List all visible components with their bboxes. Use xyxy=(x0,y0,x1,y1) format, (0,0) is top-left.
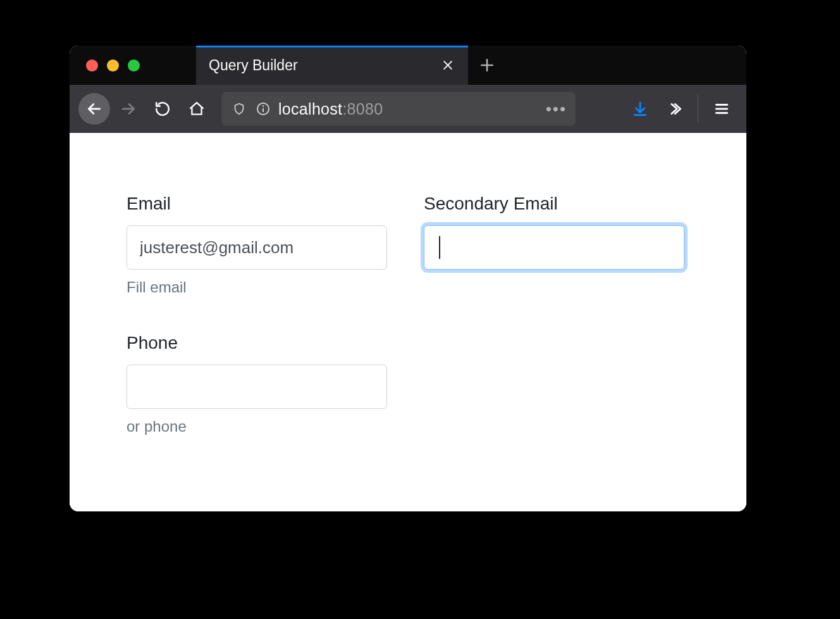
titlebar: Query Builder xyxy=(70,46,746,85)
window-zoom-button[interactable] xyxy=(128,59,140,72)
window-close-button[interactable] xyxy=(86,59,98,72)
close-tab-icon[interactable] xyxy=(440,58,455,73)
form: Email Fill email Secondary Email Phone o… xyxy=(127,194,689,435)
tab-title: Query Builder xyxy=(209,57,440,74)
forward-button[interactable] xyxy=(113,93,144,125)
new-tab-button[interactable] xyxy=(468,46,506,85)
browser-toolbar: localhost:8080 ••• xyxy=(70,85,746,133)
hamburger-menu-button[interactable] xyxy=(706,93,738,125)
back-button[interactable] xyxy=(78,93,110,125)
url-host: localhost xyxy=(278,100,342,118)
url-text: localhost:8080 xyxy=(278,100,540,118)
secondary-email-field-group: Secondary Email xyxy=(424,194,689,270)
svg-point-8 xyxy=(262,105,264,106)
text-cursor xyxy=(439,236,440,259)
phone-field-group: Phone or phone xyxy=(127,333,387,435)
email-help-text: Fill email xyxy=(127,278,387,296)
email-label: Email xyxy=(127,194,387,214)
page-content: Email Fill email Secondary Email Phone o… xyxy=(70,133,746,511)
site-info-icon[interactable] xyxy=(254,100,272,118)
downloads-button[interactable] xyxy=(624,93,656,125)
secondary-email-label: Secondary Email xyxy=(424,194,689,214)
window-minimize-button[interactable] xyxy=(107,59,119,72)
phone-help-text: or phone xyxy=(127,418,387,435)
email-input[interactable] xyxy=(127,225,387,270)
phone-label: Phone xyxy=(127,333,387,353)
url-bar[interactable]: localhost:8080 ••• xyxy=(221,92,576,126)
overflow-menu-button[interactable] xyxy=(658,93,690,125)
toolbar-separator xyxy=(698,95,698,123)
browser-tab[interactable]: Query Builder xyxy=(196,46,468,85)
window-controls xyxy=(70,46,196,85)
home-button[interactable] xyxy=(181,93,213,125)
secondary-email-input[interactable] xyxy=(424,225,684,270)
url-port: :8080 xyxy=(342,100,383,118)
active-tab-indicator xyxy=(196,46,468,47)
page-actions-button[interactable]: ••• xyxy=(546,99,567,119)
browser-window: Query Builder xyxy=(70,46,746,511)
reload-button[interactable] xyxy=(147,93,178,125)
tracking-protection-icon[interactable] xyxy=(230,100,248,118)
phone-input[interactable] xyxy=(127,365,387,409)
email-field-group: Email Fill email xyxy=(127,194,387,296)
